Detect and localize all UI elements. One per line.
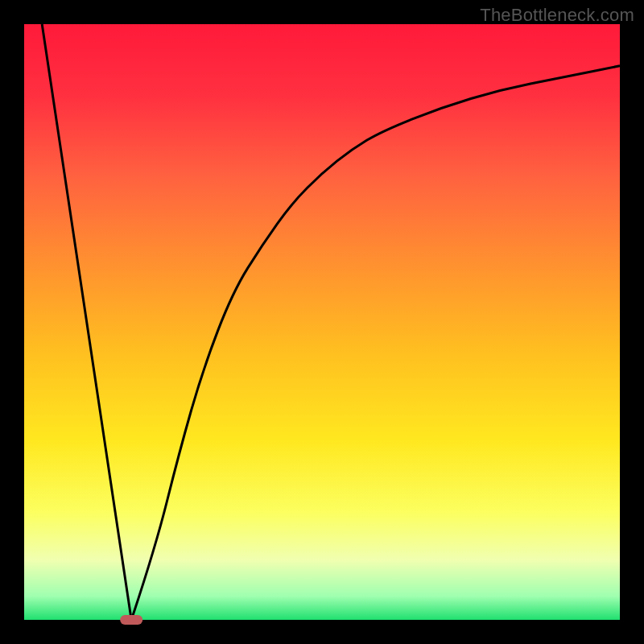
minimum-marker <box>120 615 142 625</box>
watermark-text: TheBottleneck.com <box>480 5 634 26</box>
chart-svg <box>0 0 644 644</box>
chart-container: TheBottleneck.com <box>0 0 644 644</box>
chart-background <box>24 24 620 620</box>
